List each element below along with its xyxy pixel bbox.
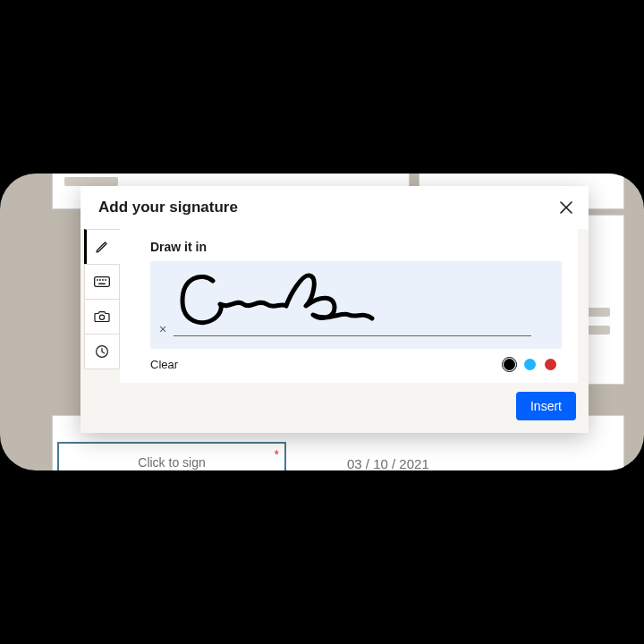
- signature-canvas[interactable]: ×: [150, 261, 562, 349]
- pencil-icon: [95, 240, 109, 254]
- modal-footer: Insert: [80, 383, 589, 433]
- svg-point-4: [105, 279, 106, 281]
- type-tab[interactable]: [84, 264, 120, 300]
- insert-button[interactable]: Insert: [516, 392, 576, 420]
- modal-body: Draw it in × Clear: [80, 229, 589, 383]
- color-swatch-blue[interactable]: [524, 359, 536, 370]
- upload-tab[interactable]: [84, 299, 120, 335]
- color-swatch-red[interactable]: [545, 359, 556, 370]
- svg-rect-5: [98, 284, 106, 285]
- svg-point-2: [99, 279, 101, 281]
- saved-tab[interactable]: [84, 334, 120, 369]
- signature-stroke: [177, 268, 410, 335]
- svg-point-6: [99, 315, 104, 319]
- modal-title: Add your signature: [98, 199, 238, 216]
- sign-field-placeholder: Click to sign: [138, 455, 205, 470]
- close-icon: [560, 201, 572, 214]
- clear-button[interactable]: Clear: [150, 358, 178, 371]
- sign-field[interactable]: * Click to sign: [57, 442, 286, 470]
- clock-icon: [95, 344, 109, 359]
- draw-panel: Draw it in × Clear: [120, 229, 578, 383]
- color-swatches: [504, 359, 556, 370]
- bg-skeleton: [64, 177, 118, 186]
- document-background: * Click to sign 03 / 10 / 2021 Add your …: [0, 174, 644, 470]
- baseline-marker: ×: [159, 322, 166, 336]
- close-button[interactable]: [558, 199, 574, 216]
- signature-modal: Add your signature: [80, 186, 589, 433]
- modal-header: Add your signature: [80, 186, 589, 229]
- panel-title: Draw it in: [150, 240, 562, 254]
- draw-tab[interactable]: [84, 229, 120, 265]
- canvas-footer: Clear: [150, 358, 562, 371]
- svg-point-1: [97, 279, 98, 281]
- svg-rect-0: [95, 277, 110, 287]
- signature-baseline: [174, 335, 531, 336]
- date-field: 03 / 10 / 2021: [347, 456, 429, 470]
- required-indicator: *: [275, 447, 279, 462]
- svg-point-3: [102, 279, 104, 281]
- camera-icon: [94, 310, 110, 323]
- input-method-rail: [84, 229, 120, 383]
- color-swatch-black[interactable]: [504, 359, 515, 370]
- keyboard-icon: [94, 276, 110, 287]
